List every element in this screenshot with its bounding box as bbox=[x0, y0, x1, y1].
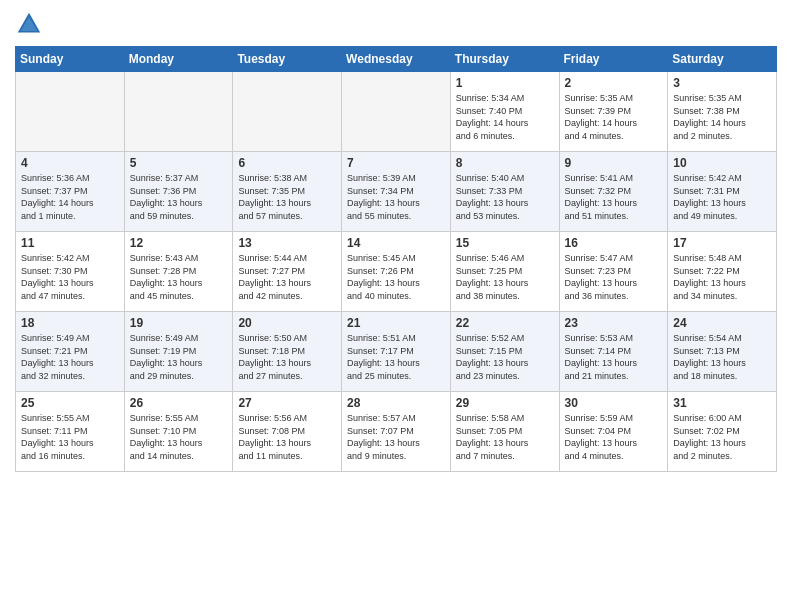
day-info: Sunrise: 5:59 AM Sunset: 7:04 PM Dayligh… bbox=[565, 412, 663, 462]
day-cell: 7Sunrise: 5:39 AM Sunset: 7:34 PM Daylig… bbox=[342, 152, 451, 232]
day-info: Sunrise: 5:37 AM Sunset: 7:36 PM Dayligh… bbox=[130, 172, 228, 222]
day-cell: 5Sunrise: 5:37 AM Sunset: 7:36 PM Daylig… bbox=[124, 152, 233, 232]
day-number: 19 bbox=[130, 316, 228, 330]
day-number: 6 bbox=[238, 156, 336, 170]
day-info: Sunrise: 5:52 AM Sunset: 7:15 PM Dayligh… bbox=[456, 332, 554, 382]
day-info: Sunrise: 5:42 AM Sunset: 7:31 PM Dayligh… bbox=[673, 172, 771, 222]
day-info: Sunrise: 5:51 AM Sunset: 7:17 PM Dayligh… bbox=[347, 332, 445, 382]
day-cell bbox=[233, 72, 342, 152]
day-info: Sunrise: 5:47 AM Sunset: 7:23 PM Dayligh… bbox=[565, 252, 663, 302]
day-info: Sunrise: 5:50 AM Sunset: 7:18 PM Dayligh… bbox=[238, 332, 336, 382]
day-number: 12 bbox=[130, 236, 228, 250]
day-number: 18 bbox=[21, 316, 119, 330]
weekday-header-thursday: Thursday bbox=[450, 47, 559, 72]
page: SundayMondayTuesdayWednesdayThursdayFrid… bbox=[0, 0, 792, 612]
day-number: 11 bbox=[21, 236, 119, 250]
week-row-1: 1Sunrise: 5:34 AM Sunset: 7:40 PM Daylig… bbox=[16, 72, 777, 152]
day-cell: 14Sunrise: 5:45 AM Sunset: 7:26 PM Dayli… bbox=[342, 232, 451, 312]
day-number: 14 bbox=[347, 236, 445, 250]
day-cell: 28Sunrise: 5:57 AM Sunset: 7:07 PM Dayli… bbox=[342, 392, 451, 472]
weekday-header-friday: Friday bbox=[559, 47, 668, 72]
day-number: 10 bbox=[673, 156, 771, 170]
day-cell: 1Sunrise: 5:34 AM Sunset: 7:40 PM Daylig… bbox=[450, 72, 559, 152]
weekday-header-sunday: Sunday bbox=[16, 47, 125, 72]
day-number: 17 bbox=[673, 236, 771, 250]
day-cell: 31Sunrise: 6:00 AM Sunset: 7:02 PM Dayli… bbox=[668, 392, 777, 472]
calendar-table: SundayMondayTuesdayWednesdayThursdayFrid… bbox=[15, 46, 777, 472]
day-number: 1 bbox=[456, 76, 554, 90]
day-info: Sunrise: 5:42 AM Sunset: 7:30 PM Dayligh… bbox=[21, 252, 119, 302]
weekday-header-wednesday: Wednesday bbox=[342, 47, 451, 72]
day-info: Sunrise: 5:44 AM Sunset: 7:27 PM Dayligh… bbox=[238, 252, 336, 302]
day-cell bbox=[16, 72, 125, 152]
day-number: 4 bbox=[21, 156, 119, 170]
day-info: Sunrise: 5:38 AM Sunset: 7:35 PM Dayligh… bbox=[238, 172, 336, 222]
day-number: 20 bbox=[238, 316, 336, 330]
day-cell: 9Sunrise: 5:41 AM Sunset: 7:32 PM Daylig… bbox=[559, 152, 668, 232]
week-row-2: 4Sunrise: 5:36 AM Sunset: 7:37 PM Daylig… bbox=[16, 152, 777, 232]
day-info: Sunrise: 5:40 AM Sunset: 7:33 PM Dayligh… bbox=[456, 172, 554, 222]
day-cell: 4Sunrise: 5:36 AM Sunset: 7:37 PM Daylig… bbox=[16, 152, 125, 232]
day-cell: 13Sunrise: 5:44 AM Sunset: 7:27 PM Dayli… bbox=[233, 232, 342, 312]
day-info: Sunrise: 5:58 AM Sunset: 7:05 PM Dayligh… bbox=[456, 412, 554, 462]
day-number: 2 bbox=[565, 76, 663, 90]
day-cell: 8Sunrise: 5:40 AM Sunset: 7:33 PM Daylig… bbox=[450, 152, 559, 232]
day-cell: 17Sunrise: 5:48 AM Sunset: 7:22 PM Dayli… bbox=[668, 232, 777, 312]
header bbox=[15, 10, 777, 38]
day-info: Sunrise: 5:41 AM Sunset: 7:32 PM Dayligh… bbox=[565, 172, 663, 222]
day-info: Sunrise: 5:45 AM Sunset: 7:26 PM Dayligh… bbox=[347, 252, 445, 302]
day-cell bbox=[342, 72, 451, 152]
day-number: 23 bbox=[565, 316, 663, 330]
day-cell: 24Sunrise: 5:54 AM Sunset: 7:13 PM Dayli… bbox=[668, 312, 777, 392]
day-number: 13 bbox=[238, 236, 336, 250]
weekday-header-monday: Monday bbox=[124, 47, 233, 72]
logo-icon bbox=[15, 10, 43, 38]
day-cell: 16Sunrise: 5:47 AM Sunset: 7:23 PM Dayli… bbox=[559, 232, 668, 312]
day-cell: 23Sunrise: 5:53 AM Sunset: 7:14 PM Dayli… bbox=[559, 312, 668, 392]
logo bbox=[15, 10, 47, 38]
day-info: Sunrise: 5:57 AM Sunset: 7:07 PM Dayligh… bbox=[347, 412, 445, 462]
weekday-header-saturday: Saturday bbox=[668, 47, 777, 72]
day-info: Sunrise: 5:34 AM Sunset: 7:40 PM Dayligh… bbox=[456, 92, 554, 142]
day-cell: 30Sunrise: 5:59 AM Sunset: 7:04 PM Dayli… bbox=[559, 392, 668, 472]
day-number: 22 bbox=[456, 316, 554, 330]
weekday-header-row: SundayMondayTuesdayWednesdayThursdayFrid… bbox=[16, 47, 777, 72]
day-number: 16 bbox=[565, 236, 663, 250]
day-number: 31 bbox=[673, 396, 771, 410]
week-row-5: 25Sunrise: 5:55 AM Sunset: 7:11 PM Dayli… bbox=[16, 392, 777, 472]
day-info: Sunrise: 6:00 AM Sunset: 7:02 PM Dayligh… bbox=[673, 412, 771, 462]
day-info: Sunrise: 5:43 AM Sunset: 7:28 PM Dayligh… bbox=[130, 252, 228, 302]
day-number: 21 bbox=[347, 316, 445, 330]
day-info: Sunrise: 5:55 AM Sunset: 7:10 PM Dayligh… bbox=[130, 412, 228, 462]
day-number: 15 bbox=[456, 236, 554, 250]
day-number: 26 bbox=[130, 396, 228, 410]
day-info: Sunrise: 5:35 AM Sunset: 7:39 PM Dayligh… bbox=[565, 92, 663, 142]
day-number: 29 bbox=[456, 396, 554, 410]
day-number: 8 bbox=[456, 156, 554, 170]
day-info: Sunrise: 5:54 AM Sunset: 7:13 PM Dayligh… bbox=[673, 332, 771, 382]
day-info: Sunrise: 5:36 AM Sunset: 7:37 PM Dayligh… bbox=[21, 172, 119, 222]
day-cell: 15Sunrise: 5:46 AM Sunset: 7:25 PM Dayli… bbox=[450, 232, 559, 312]
day-info: Sunrise: 5:35 AM Sunset: 7:38 PM Dayligh… bbox=[673, 92, 771, 142]
day-number: 25 bbox=[21, 396, 119, 410]
day-cell: 27Sunrise: 5:56 AM Sunset: 7:08 PM Dayli… bbox=[233, 392, 342, 472]
day-info: Sunrise: 5:39 AM Sunset: 7:34 PM Dayligh… bbox=[347, 172, 445, 222]
day-number: 5 bbox=[130, 156, 228, 170]
day-info: Sunrise: 5:55 AM Sunset: 7:11 PM Dayligh… bbox=[21, 412, 119, 462]
day-cell: 20Sunrise: 5:50 AM Sunset: 7:18 PM Dayli… bbox=[233, 312, 342, 392]
day-number: 9 bbox=[565, 156, 663, 170]
day-cell: 25Sunrise: 5:55 AM Sunset: 7:11 PM Dayli… bbox=[16, 392, 125, 472]
day-number: 7 bbox=[347, 156, 445, 170]
day-number: 3 bbox=[673, 76, 771, 90]
day-info: Sunrise: 5:49 AM Sunset: 7:19 PM Dayligh… bbox=[130, 332, 228, 382]
day-cell: 3Sunrise: 5:35 AM Sunset: 7:38 PM Daylig… bbox=[668, 72, 777, 152]
day-cell: 10Sunrise: 5:42 AM Sunset: 7:31 PM Dayli… bbox=[668, 152, 777, 232]
day-cell bbox=[124, 72, 233, 152]
week-row-3: 11Sunrise: 5:42 AM Sunset: 7:30 PM Dayli… bbox=[16, 232, 777, 312]
week-row-4: 18Sunrise: 5:49 AM Sunset: 7:21 PM Dayli… bbox=[16, 312, 777, 392]
day-number: 24 bbox=[673, 316, 771, 330]
day-number: 27 bbox=[238, 396, 336, 410]
day-cell: 21Sunrise: 5:51 AM Sunset: 7:17 PM Dayli… bbox=[342, 312, 451, 392]
day-info: Sunrise: 5:56 AM Sunset: 7:08 PM Dayligh… bbox=[238, 412, 336, 462]
day-info: Sunrise: 5:53 AM Sunset: 7:14 PM Dayligh… bbox=[565, 332, 663, 382]
